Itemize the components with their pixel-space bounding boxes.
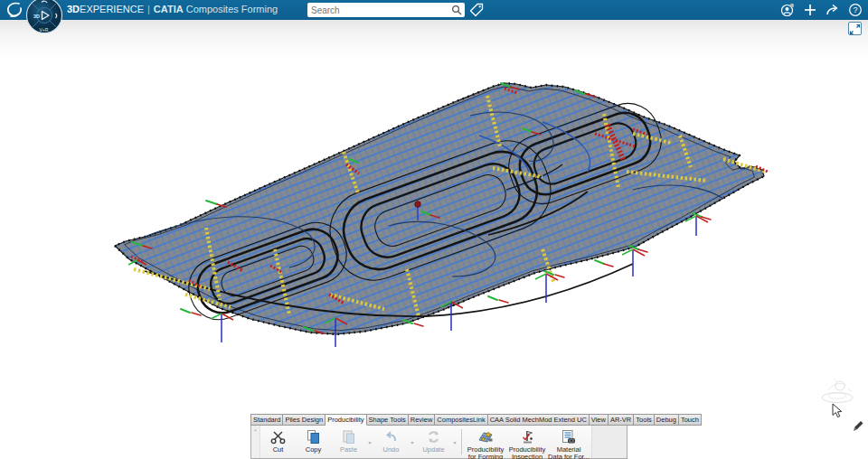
rosette-marker bbox=[415, 201, 420, 220]
critical-zones bbox=[131, 89, 768, 304]
copy-label: Copy bbox=[306, 446, 322, 454]
undo-button[interactable]: Undo bbox=[373, 426, 409, 457]
tab-view[interactable]: View bbox=[590, 414, 609, 426]
tab-debug[interactable]: Debug bbox=[655, 414, 679, 426]
mesh-veins bbox=[145, 112, 723, 276]
arrow-cursor bbox=[832, 403, 843, 418]
compass-west-label: 3D bbox=[33, 14, 40, 19]
restore-view-button[interactable] bbox=[848, 22, 862, 35]
undo-icon bbox=[383, 429, 399, 445]
svg-text:?: ? bbox=[853, 5, 857, 14]
dassault-systemes-logo-icon bbox=[5, 1, 24, 19]
undo-dropdown[interactable]: ▾ bbox=[409, 439, 416, 445]
search-input[interactable] bbox=[307, 5, 451, 15]
help-icon[interactable]: ? bbox=[848, 3, 863, 17]
resize-arrows-icon bbox=[849, 23, 861, 35]
app-title: 3DEXPERIENCE|CATIA Composites Forming bbox=[67, 4, 278, 14]
ply-contours bbox=[145, 95, 670, 328]
tab-caa-solid-mechmod-extend-uc[interactable]: CAA Solid MechMod Extend UC bbox=[488, 414, 590, 426]
brand-experience: EXPERIENCE bbox=[80, 4, 144, 14]
brand-context: Composites Forming bbox=[186, 4, 278, 14]
brand-3d: 3D bbox=[67, 4, 80, 14]
update-icon bbox=[426, 429, 441, 445]
action-bar: StandardPlies DesignProducibilityShape T… bbox=[250, 414, 702, 459]
warning-zones bbox=[134, 96, 765, 316]
reference-ticks bbox=[132, 83, 711, 333]
producibility-for-forming-button[interactable]: Producibilityfor Forming bbox=[465, 426, 506, 457]
material-data-button[interactable]: MaterialData for For... bbox=[548, 426, 590, 457]
tab-touch[interactable]: Touch bbox=[679, 414, 702, 426]
cut-label: Cut bbox=[273, 446, 284, 454]
producibility-inspection-label: ProducibilityInspection bbox=[509, 446, 545, 459]
tab-producibility[interactable]: Producibility bbox=[326, 414, 366, 426]
paste-icon bbox=[341, 429, 356, 445]
brand-catia: CATIA bbox=[154, 4, 184, 14]
paste-button[interactable]: Paste bbox=[331, 426, 366, 457]
ribbon-empty-area bbox=[591, 426, 627, 458]
pencil-icon[interactable] bbox=[850, 419, 864, 434]
ribbon-collapse-handle[interactable]: ⌄ bbox=[251, 426, 260, 458]
brand-separator: | bbox=[144, 4, 154, 14]
tab-plies-design[interactable]: Plies Design bbox=[283, 414, 326, 426]
tag-icon[interactable] bbox=[469, 3, 484, 17]
user-avatar-icon[interactable] bbox=[780, 3, 795, 17]
compass-south-label: V+R bbox=[40, 27, 49, 33]
undo-label: Undo bbox=[383, 446, 400, 454]
tab-review[interactable]: Review bbox=[409, 414, 436, 426]
update-dropdown[interactable]: ▾ bbox=[451, 439, 458, 445]
search-icon[interactable] bbox=[451, 5, 462, 15]
producibility-for-forming-label: Producibilityfor Forming bbox=[467, 446, 504, 459]
tab-compositeslink[interactable]: CompositesLink bbox=[435, 414, 487, 426]
paste-label: Paste bbox=[340, 446, 357, 454]
add-icon[interactable] bbox=[803, 3, 817, 17]
3d-viewport[interactable] bbox=[0, 20, 868, 459]
producibility-inspection-button[interactable]: ProducibilityInspection bbox=[506, 426, 548, 457]
tab-ar-vr[interactable]: AR-VR bbox=[609, 414, 634, 426]
toolbar-separator bbox=[461, 429, 462, 454]
update-button[interactable]: Update bbox=[416, 426, 451, 457]
chevron-down-icon: ⌄ bbox=[253, 426, 258, 433]
update-label: Update bbox=[422, 446, 444, 454]
search-box[interactable] bbox=[307, 3, 465, 17]
copy-icon bbox=[306, 429, 321, 445]
3d-compass-widget[interactable]: 3D V+R bbox=[25, 0, 63, 36]
constraint-axes bbox=[128, 216, 708, 347]
paste-dropdown[interactable]: ▾ bbox=[366, 439, 373, 445]
tab-standard[interactable]: Standard bbox=[250, 414, 283, 426]
share-icon[interactable] bbox=[826, 3, 840, 17]
cut-button[interactable]: Cut bbox=[260, 426, 296, 457]
material-data-icon bbox=[561, 429, 577, 445]
ribbon-bar: ⌄ CutCopyPaste▾Undo▾Update▾Producibility… bbox=[250, 426, 627, 459]
ribbon-buttons: CutCopyPaste▾Undo▾Update▾Producibilityfo… bbox=[260, 426, 591, 458]
model-canvas bbox=[0, 20, 868, 459]
tab-shape-tools[interactable]: Shape Tools bbox=[367, 414, 409, 426]
composite-panel bbox=[115, 83, 764, 334]
tab-tools[interactable]: Tools bbox=[634, 414, 655, 426]
material-data-label: MaterialData for For... bbox=[548, 446, 590, 459]
copy-button[interactable]: Copy bbox=[296, 426, 331, 457]
top-right-icons: ? bbox=[780, 0, 863, 20]
top-app-bar: 3DEXPERIENCE|CATIA Composites Forming ? bbox=[0, 0, 868, 20]
scissors-icon bbox=[270, 429, 286, 445]
producibility-inspection-icon bbox=[519, 429, 535, 445]
robot-ghost-icon bbox=[812, 376, 863, 407]
producibility-forming-icon bbox=[477, 429, 494, 445]
ribbon-tabs: StandardPlies DesignProducibilityShape T… bbox=[250, 414, 702, 426]
